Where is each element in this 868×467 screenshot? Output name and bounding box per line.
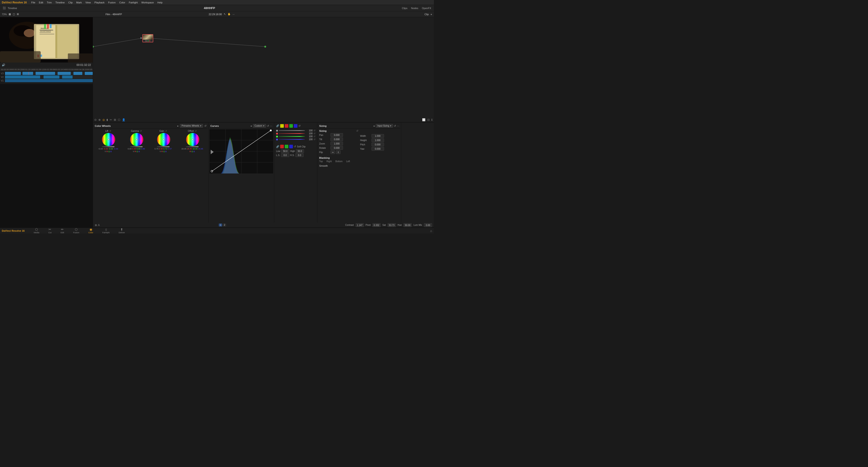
soft-clip-ls-val[interactable]: 0.0	[281, 153, 289, 157]
channel-bar-w[interactable]	[279, 130, 305, 131]
nav-fusion[interactable]: ⬡ Fusion	[69, 228, 84, 234]
film-label[interactable]: Film - 48HHFP	[105, 13, 122, 15]
width-val[interactable]: 1.000	[372, 134, 384, 138]
soft-clip-high-val[interactable]: 50.0	[296, 149, 304, 153]
nodes-label[interactable]: Nodes	[411, 7, 418, 9]
audio-icon[interactable]: 🔊	[2, 63, 5, 67]
nav-fairlight[interactable]: ♫ Fairlight	[98, 228, 114, 234]
height-val[interactable]: 1.000	[372, 138, 384, 142]
nav-deliver[interactable]: ⬆ Deliver	[114, 228, 129, 234]
sat-val[interactable]: 53.73	[388, 223, 396, 227]
offset-wheel[interactable]	[186, 133, 198, 145]
channel-btn-r[interactable]	[285, 124, 288, 128]
gain-wheel[interactable]	[157, 133, 169, 145]
menu-clip[interactable]: Clip	[68, 1, 72, 4]
tool-icon-1[interactable]: ⊕	[95, 224, 97, 227]
hue-val[interactable]: 50.00	[404, 223, 412, 227]
lift-reset[interactable]: ↺	[109, 130, 111, 132]
view-icon-single[interactable]: ▢	[13, 13, 15, 15]
menu-view[interactable]: View	[86, 1, 91, 4]
track-clips-v3[interactable]	[5, 72, 93, 75]
nav-cut[interactable]: ✂ Cut	[44, 228, 56, 234]
menu-trim[interactable]: Trim	[47, 1, 52, 4]
channel-reset-w[interactable]: ↺	[313, 129, 315, 132]
lum-mix-val[interactable]: 0.00	[424, 223, 432, 227]
contrast-val[interactable]: 1.147	[356, 223, 364, 227]
menu-help[interactable]: Help	[157, 1, 162, 4]
channel-reset-g[interactable]: ↺	[313, 135, 315, 138]
scope-icon-7[interactable]: ⬡	[118, 118, 120, 122]
home-icon[interactable]: ⌂	[430, 229, 432, 233]
menu-mark[interactable]: Mark	[76, 1, 82, 4]
clips-label[interactable]: Clips	[402, 7, 407, 9]
edit-reset[interactable]: ↺	[298, 124, 301, 128]
track-clips-v2[interactable]	[5, 75, 93, 78]
soft-clip-btn-b[interactable]	[289, 145, 293, 148]
scope-icon-3[interactable]: ◎	[102, 118, 105, 122]
nav-media[interactable]: ⬡ Media	[29, 228, 44, 234]
openfx-label[interactable]: OpenFX	[422, 7, 431, 9]
sizing-reset[interactable]: ↺	[394, 124, 396, 128]
view-icon-scope[interactable]: ⊞	[17, 13, 19, 15]
gain-reset[interactable]: ↺	[165, 130, 167, 132]
sizing-sub-reset[interactable]: ↺	[356, 129, 359, 132]
yaw-val[interactable]: 0.000	[372, 147, 384, 151]
gamma-slider[interactable]	[130, 146, 143, 147]
nav-color[interactable]: ◉ Color	[84, 228, 98, 234]
flip-v-btn[interactable]: ⇕	[336, 151, 340, 154]
link-icon[interactable]: 🔗	[276, 124, 279, 127]
channel-btn-b[interactable]	[294, 124, 298, 128]
scope-icon-1[interactable]: ⊙	[94, 118, 97, 122]
channel-bar-g[interactable]	[279, 136, 305, 137]
menu-fairlight[interactable]: Fairlight	[129, 1, 137, 4]
channel-reset-b[interactable]: ↺	[313, 138, 315, 141]
tool-icon-2[interactable]: A	[98, 224, 100, 227]
scope-icon-10[interactable]: ⊡	[427, 118, 430, 122]
zoom-level[interactable]: 73%	[2, 13, 7, 15]
menu-file[interactable]: File	[31, 1, 35, 4]
soft-clip-hs-val[interactable]: 0.0	[296, 153, 304, 157]
sizing-more[interactable]: ···	[397, 124, 399, 128]
curves-reset[interactable]: ↺	[267, 124, 269, 128]
gamma-wheel[interactable]	[130, 133, 143, 145]
soft-clip-btn-g[interactable]	[285, 145, 288, 148]
flip-h-btn[interactable]: ⇔	[331, 151, 335, 154]
menu-fusion[interactable]: Fusion	[108, 1, 116, 4]
channel-bar-r[interactable]	[279, 133, 305, 134]
node-01[interactable]: 01	[142, 34, 153, 42]
color-wheels-reset[interactable]: ↺	[204, 124, 207, 128]
pitch-val[interactable]: 0.000	[372, 143, 384, 146]
scope-icon-8[interactable]: 👤	[122, 118, 125, 122]
soft-clip-low-val[interactable]: 50.0	[281, 149, 289, 153]
channel-bar-b[interactable]	[279, 139, 305, 140]
gain-slider[interactable]	[157, 146, 169, 147]
menu-timeline[interactable]: Timeline	[55, 1, 65, 4]
menu-playback[interactable]: Playback	[94, 1, 104, 4]
soft-clip-link[interactable]: 🔗	[276, 145, 279, 148]
nav-edit[interactable]: ✏ Edit	[56, 228, 69, 234]
curves-more[interactable]: ···	[270, 124, 272, 128]
cursor-icon[interactable]: ↖	[224, 13, 226, 15]
lift-wheel[interactable]	[102, 133, 115, 145]
soft-clip-reset[interactable]: ↺	[294, 145, 296, 148]
rotate-val[interactable]: 0.000	[331, 146, 343, 150]
offset-slider[interactable]	[186, 146, 198, 147]
scope-icon-6[interactable]: ⊞	[114, 118, 116, 122]
scope-icon-4[interactable]: ⧫	[106, 118, 108, 122]
menu-edit[interactable]: Edit	[39, 1, 43, 4]
zoom-val[interactable]: 1.000	[331, 142, 343, 145]
curves-canvas[interactable]	[210, 129, 273, 173]
scope-icon-11[interactable]: ℹ	[431, 118, 433, 122]
more-icon[interactable]: ···	[232, 13, 235, 15]
gamma-reset[interactable]: ↺	[140, 130, 142, 132]
scope-icon-9[interactable]: ⬜	[422, 118, 426, 122]
scope-icon-5[interactable]: ✂	[110, 118, 112, 122]
primaries-dropdown[interactable]: Primaries Wheels ▾	[180, 124, 203, 128]
track-clips-v1[interactable]	[5, 79, 93, 82]
lift-slider[interactable]	[102, 146, 115, 147]
hand-icon[interactable]: ✋	[227, 13, 231, 15]
channel-reset-r[interactable]: ↺	[313, 132, 315, 135]
pivot-val[interactable]: 0.332	[372, 223, 381, 227]
input-sizing-dropdown[interactable]: Input Sizing ▾	[376, 124, 393, 128]
menu-color[interactable]: Color	[119, 1, 125, 4]
